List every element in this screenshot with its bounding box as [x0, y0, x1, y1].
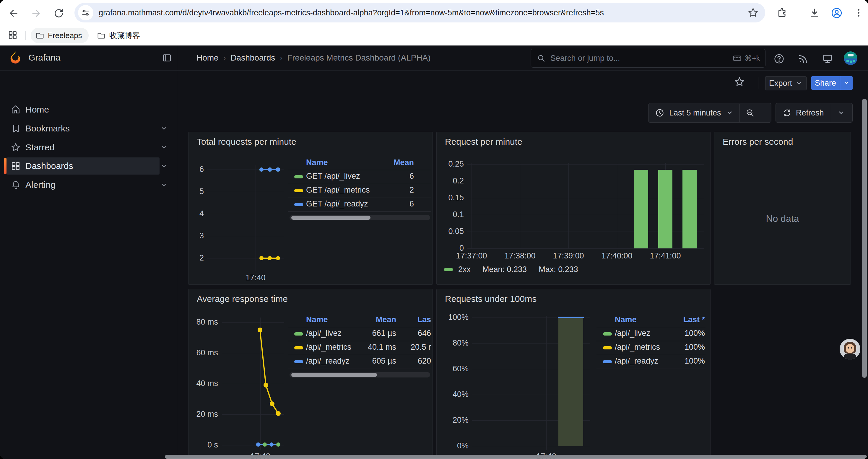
bookmark-item-blog[interactable]: 收藏博客 [92, 28, 145, 43]
chevron-down-icon [837, 109, 845, 117]
chevron-down-icon[interactable] [159, 162, 168, 170]
horizontal-scrollbar[interactable] [165, 455, 867, 459]
bookmark-star-icon[interactable] [747, 7, 759, 18]
browser-menu-icon[interactable] [853, 7, 864, 18]
back-icon[interactable] [8, 8, 19, 19]
legend-series-label[interactable]: 2xx [458, 265, 471, 274]
folder-icon [37, 33, 43, 38]
series-point [270, 442, 274, 447]
legend-column-header[interactable]: Las [342, 315, 431, 324]
browser-window: grafana.mathmast.com/d/deytv4rwavabkb/fr… [0, 0, 868, 459]
chevron-down-icon[interactable] [159, 124, 168, 133]
search-box[interactable]: ⌘+k [531, 49, 766, 68]
refresh-label: Refresh [796, 108, 824, 118]
share-button[interactable]: Share [811, 76, 840, 90]
apps-grid-icon[interactable] [8, 30, 18, 40]
timeseries-chart[interactable]: 80 ms60 ms40 ms20 ms0 s17:40NameMeanLas/… [188, 289, 433, 459]
bar[interactable] [634, 170, 648, 249]
series-point [276, 256, 280, 260]
area-chart[interactable]: 100%80%60%40%20%0%17:40NameLast */api/_l… [437, 289, 710, 459]
bookmarks-bar: Freeleaps 收藏博客 [0, 25, 868, 45]
panel-total-requests[interactable]: Total requests per minute 6543217:40Name… [188, 132, 433, 285]
share-menu-button[interactable] [840, 76, 852, 90]
zoom-out-button[interactable] [740, 108, 761, 118]
bookmark-item-freeleaps[interactable]: Freeleaps [31, 28, 89, 43]
panel-title[interactable]: Errors per second [723, 137, 793, 147]
clock-icon [655, 108, 664, 118]
grafana-logo[interactable] [8, 51, 23, 65]
sidebar-item-dashboards[interactable]: Dashboards [6, 157, 159, 174]
sidebar-item-home[interactable]: Home [6, 101, 159, 118]
x-tick-label: 17:40 [238, 273, 273, 282]
search-input[interactable] [550, 54, 733, 63]
legend-column-header[interactable]: Name [306, 158, 328, 167]
star-icon [11, 142, 21, 153]
sidebar-collapse-icon[interactable] [162, 53, 172, 63]
keyboard-icon [733, 54, 742, 63]
breadcrumb-dashboards[interactable]: Dashboards [230, 53, 275, 63]
y-tick-label: 0% [436, 441, 469, 451]
sidebar-item-starred[interactable]: Starred [6, 139, 159, 156]
y-tick-label: 6 [188, 165, 204, 174]
legend-divider [288, 327, 431, 327]
forward-icon[interactable] [31, 8, 41, 19]
breadcrumb-home[interactable]: Home [196, 53, 219, 63]
timeseries-chart[interactable]: 6543217:40NameMeanGET /api/_livez6GET /a… [188, 132, 433, 285]
export-button[interactable]: Export [765, 76, 807, 90]
chevron-down-icon [726, 109, 734, 117]
legend-cell: 6 [325, 199, 414, 208]
bar[interactable] [658, 170, 673, 249]
chevron-down-icon[interactable] [159, 181, 168, 189]
series-swatch [603, 346, 612, 350]
panel-requests-under-100ms[interactable]: Requests under 100ms 100%80%60%40%20%0%1… [436, 289, 711, 459]
legend-mean: Mean: 0.233 [483, 265, 527, 274]
extensions-icon[interactable] [776, 7, 788, 19]
series-swatch [603, 332, 612, 335]
legend-row[interactable]: 2xx Mean: 0.233 Max: 0.233 [444, 265, 590, 274]
help-icon[interactable] [773, 53, 785, 64]
profile-icon[interactable] [831, 7, 843, 19]
time-range-picker[interactable]: Last 5 minutes [648, 103, 771, 123]
gridline-h [222, 353, 284, 353]
legend-max: Max: 0.233 [538, 265, 578, 274]
legend-column-header[interactable]: Last * [616, 315, 705, 324]
chevron-down-icon[interactable] [159, 143, 168, 152]
panel-average-response-time[interactable]: Average response time 80 ms60 ms40 ms20 … [188, 289, 433, 459]
sidebar-item-label: Home [25, 104, 49, 114]
refresh-interval-button[interactable] [830, 109, 852, 117]
url-bar[interactable]: grafana.mathmast.com/d/deytv4rwavabkb/fr… [74, 3, 765, 23]
legend-scrollbar-thumb[interactable] [291, 373, 377, 377]
gridline-v [260, 318, 260, 450]
vertical-scrollbar[interactable] [862, 99, 867, 378]
bar[interactable] [682, 170, 696, 249]
avatar-eye [851, 347, 852, 349]
assistant-avatar[interactable] [840, 339, 860, 359]
site-settings-icon[interactable] [78, 5, 93, 21]
series-swatch [294, 332, 303, 335]
reload-icon[interactable] [53, 8, 64, 19]
area-column[interactable] [558, 318, 583, 446]
legend-scrollbar-thumb[interactable] [291, 216, 370, 220]
kiosk-monitor-icon[interactable] [822, 53, 833, 64]
series-point [270, 401, 275, 406]
zoom-out-icon [745, 108, 755, 118]
legend-column-header[interactable]: Mean [325, 158, 414, 167]
news-rss-icon[interactable] [798, 53, 809, 64]
series-swatch [294, 203, 303, 206]
url-text[interactable]: grafana.mathmast.com/d/deytv4rwavabkb/fr… [99, 8, 747, 18]
favorite-star-icon[interactable] [734, 76, 745, 88]
panel-errors-per-second[interactable]: Errors per second No data [714, 132, 851, 285]
bell-icon [11, 180, 21, 190]
y-tick-label: 0.25 [436, 160, 464, 169]
panel-request-per-minute[interactable]: Request per minute 0.250.20.150.10.05017… [436, 132, 711, 285]
y-tick-label: 40% [436, 390, 469, 399]
sidebar-item-alerting[interactable]: Alerting [6, 176, 159, 193]
downloads-icon[interactable] [809, 7, 820, 19]
legend-divider [288, 211, 431, 212]
series-point [276, 411, 281, 416]
brand-label[interactable]: Grafana [28, 53, 60, 63]
refresh-control[interactable]: Refresh [776, 103, 852, 123]
bar-chart[interactable]: 0.250.20.150.10.05017:37:0017:38:0017:39… [437, 132, 710, 285]
user-avatar[interactable] [844, 52, 857, 65]
sidebar-item-bookmarks[interactable]: Bookmarks [6, 120, 159, 137]
